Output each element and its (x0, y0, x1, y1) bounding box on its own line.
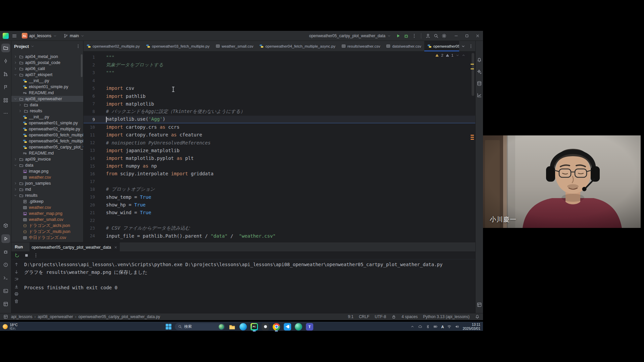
line-number[interactable]: 14 (84, 156, 104, 161)
tree-collapse-icon[interactable] (13, 97, 17, 101)
stop-button[interactable] (24, 253, 29, 258)
line-number[interactable]: 5 (84, 86, 104, 91)
project-tree-item[interactable]: 中日ドラゴンズ.csv (11, 235, 83, 241)
line-number[interactable]: 1 (84, 55, 104, 60)
branch-widget[interactable]: main (62, 33, 86, 39)
line-number[interactable]: 21 (84, 210, 104, 215)
project-tree-item[interactable]: README.md (11, 150, 83, 156)
tree-expand-icon[interactable] (18, 103, 22, 107)
print-icon[interactable] (14, 292, 19, 296)
project-tree-item[interactable]: data (11, 102, 83, 108)
volume-icon[interactable] (455, 324, 459, 329)
caret-position[interactable]: 9:1 (348, 314, 354, 319)
project-tree-item[interactable]: openweather02_multiple.py (11, 126, 83, 132)
project-tree-item[interactable]: openweather01_simple.py (11, 120, 83, 126)
tree-collapse-icon[interactable] (13, 163, 17, 167)
line-number[interactable]: 20 (84, 202, 104, 207)
project-tree-item[interactable]: __init__.py (11, 114, 83, 120)
project-tree-item[interactable]: api08_openweather (11, 96, 83, 102)
line-number[interactable]: 7 (84, 101, 104, 106)
project-tree-item[interactable]: openweather04_fetch_multiple_asyn (11, 138, 83, 144)
run-tab[interactable]: openweather05_cartpy_plot_weather_data (30, 242, 120, 251)
project-tree-item[interactable]: api05_postal_code (11, 60, 83, 66)
line-number[interactable]: 17 (84, 179, 104, 184)
tree-collapse-icon[interactable] (13, 73, 17, 77)
editor-tab[interactable]: weather_small.csv (213, 41, 257, 51)
project-tree-item[interactable]: image.png (11, 168, 83, 174)
problems-tool-icon[interactable] (1, 260, 10, 269)
pull-requests-tool-icon[interactable] (1, 70, 10, 78)
project-tool-icon[interactable] (1, 44, 10, 52)
project-widget[interactable]: AL api_lessons (20, 32, 59, 39)
project-tree-item[interactable]: weather.csv (11, 174, 83, 180)
project-tree-item[interactable]: results (11, 192, 83, 198)
editor-tab[interactable]: openweather02_multiple.py (84, 41, 143, 51)
clear-all-icon[interactable] (14, 299, 19, 304)
project-tree-item[interactable]: ドラゴンズ_aichi.json (11, 223, 83, 229)
inspections-widget[interactable]: 21 (433, 53, 468, 58)
project-tree-item[interactable]: ekispert01_simple.py (11, 84, 83, 90)
python-interpreter[interactable]: Python 3.13 (api_lessons) (423, 314, 470, 319)
project-tree-item[interactable]: .gitkeep (11, 198, 83, 204)
run-button[interactable] (395, 33, 401, 39)
terminal-tool-icon[interactable] (1, 274, 10, 282)
prev-problem-icon[interactable] (462, 53, 466, 57)
line-number[interactable]: 24 (84, 233, 104, 238)
settings-icon[interactable] (441, 33, 447, 39)
line-number[interactable]: 23 (84, 226, 104, 231)
profile-icon[interactable] (425, 33, 431, 39)
project-tree[interactable]: api04_metal_jsonapi05_postal_codeapi06_c… (11, 52, 83, 242)
file-encoding[interactable]: UTF-8 (375, 314, 386, 319)
project-options-icon[interactable] (76, 44, 80, 49)
onedrive-icon[interactable] (418, 324, 422, 329)
python-packages-tool-icon[interactable] (1, 221, 10, 230)
maximize-button[interactable] (462, 31, 472, 41)
project-tree-item[interactable]: openweather03_fetch_multiple.py (11, 132, 83, 138)
toolwindow-toggle-icon[interactable] (3, 314, 8, 319)
tree-expand-icon[interactable] (13, 187, 17, 191)
debug-tool-icon[interactable] (1, 247, 10, 256)
close-run-tab-icon[interactable] (114, 245, 118, 249)
taskbar-chrome-icon[interactable] (273, 323, 280, 330)
project-tree-item[interactable]: api06_calil (11, 66, 83, 72)
more-run-actions-icon[interactable] (412, 33, 417, 39)
run-config-widget[interactable]: openweather05_cartpy_plot_weather_data (307, 33, 393, 39)
line-number[interactable]: 19 (84, 194, 104, 199)
more-tools-tool-icon[interactable] (1, 109, 10, 118)
notifications-icon[interactable] (475, 314, 480, 319)
commit-tool-icon[interactable] (1, 57, 10, 65)
services-tool-icon[interactable] (1, 300, 10, 308)
line-number[interactable]: 8 (84, 109, 104, 114)
taskbar-pycharm-icon[interactable]: PC (251, 323, 258, 330)
bluetooth-icon[interactable] (426, 324, 430, 329)
indent-style[interactable]: 4 spaces (401, 314, 418, 319)
project-tree-item[interactable]: weather_small.csv (11, 217, 83, 223)
project-tree-item[interactable]: ドラゴンズ_multi.json (11, 229, 83, 235)
tree-expand-icon[interactable] (13, 181, 17, 185)
bookmarks-tool-icon[interactable] (1, 83, 10, 92)
soft-wrap-icon[interactable] (14, 277, 19, 282)
main-menu-icon[interactable] (12, 33, 17, 39)
search-everywhere-icon[interactable] (433, 33, 439, 39)
battery-icon[interactable] (433, 324, 438, 329)
line-number[interactable]: 11 (84, 132, 104, 137)
taskbar-clock[interactable]: 13:11 2025/03/01 (463, 323, 480, 330)
line-number[interactable]: 4 (84, 78, 104, 83)
breadcrumb-item[interactable]: api_lessons (11, 314, 32, 319)
tray-overflow-icon[interactable] (410, 324, 415, 329)
project-tree-item[interactable]: md (11, 186, 83, 192)
line-number[interactable]: 12 (84, 140, 104, 145)
project-tree-item[interactable]: data (11, 162, 83, 168)
line-number[interactable]: 10 (84, 125, 104, 130)
scroll-to-end-icon[interactable] (14, 284, 19, 289)
line-number[interactable]: 9 (84, 117, 104, 122)
editor-tab[interactable]: results\weather.csv (338, 41, 383, 51)
project-tree-item[interactable]: weather.csv (11, 204, 83, 210)
taskbar-search[interactable]: 検索 (175, 323, 225, 330)
tree-expand-icon[interactable] (13, 67, 17, 71)
up-stack-trace-icon[interactable] (14, 262, 19, 267)
rerun-button[interactable] (14, 253, 20, 258)
hidden-tabs-icon[interactable] (461, 44, 466, 49)
tree-expand-icon[interactable] (13, 55, 17, 59)
line-number[interactable]: 3 (84, 70, 104, 75)
